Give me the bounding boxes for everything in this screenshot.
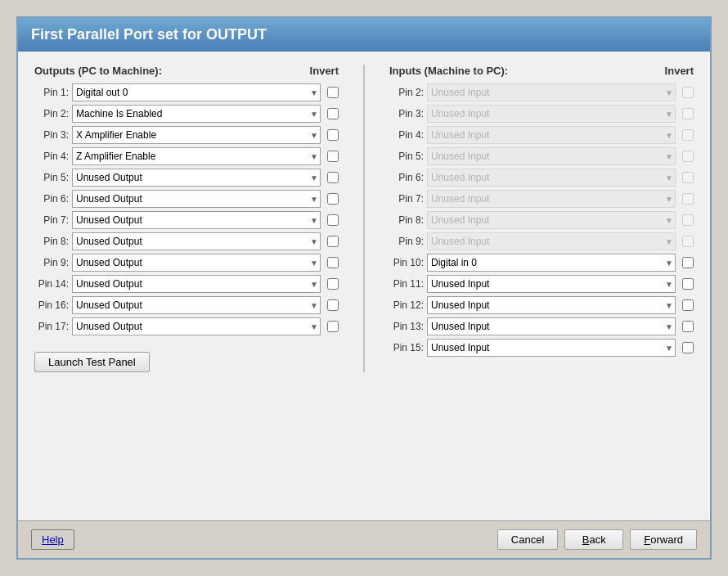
output-select-wrapper: Unused OutputDigital out 0▼ (72, 190, 321, 208)
output-invert-checkbox[interactable] (327, 278, 339, 290)
output-pin-select[interactable]: Unused OutputDigital out 0 (72, 169, 321, 187)
output-pin-select[interactable]: Unused OutputDigital out 0 (72, 232, 321, 250)
outputs-invert-label: Invert (310, 65, 339, 77)
input-invert-checkbox (682, 129, 694, 141)
input-invert-checkbox[interactable] (682, 257, 694, 268)
input-select-wrapper: Unused Input▼ (427, 211, 676, 229)
input-select-wrapper: Unused Input▼ (427, 169, 676, 187)
input-pin-select: Unused Input (427, 126, 676, 144)
output-select-wrapper: Machine Is EnabledDigital out 0Unused Ou… (72, 105, 321, 123)
output-pin-label: Pin 9: (34, 257, 69, 268)
output-pin-select[interactable]: Unused OutputDigital out 0 (72, 317, 321, 335)
output-pin-row: Pin 8:Unused OutputDigital out 0▼ (34, 232, 339, 250)
input-pin-row: Pin 3:Unused Input▼ (389, 105, 694, 123)
columns-container: Outputs (PC to Machine): Invert Pin 1:Di… (34, 65, 694, 372)
output-pin-select[interactable]: Machine Is EnabledDigital out 0Unused Ou… (72, 105, 321, 123)
input-pin-label: Pin 12: (389, 299, 424, 311)
input-pin-row: Pin 7:Unused Input▼ (389, 190, 694, 208)
back-button[interactable]: Back (564, 529, 623, 550)
input-pin-select[interactable]: Unused InputDigital in 0 (427, 339, 676, 357)
output-select-wrapper: Unused OutputDigital out 0▼ (72, 211, 321, 229)
input-pin-label: Pin 10: (389, 257, 424, 268)
cancel-button[interactable]: Cancel (497, 529, 558, 550)
input-pin-label: Pin 9: (389, 236, 424, 247)
output-invert-checkbox[interactable] (327, 257, 339, 268)
output-pin-label: Pin 2: (34, 108, 69, 119)
output-invert-checkbox[interactable] (327, 299, 339, 311)
back-underline: B (582, 533, 590, 546)
inputs-label: Inputs (Machine to PC): (389, 65, 508, 77)
dialog-footer: Help Cancel Back Forward (18, 520, 710, 558)
input-select-wrapper: Unused Input▼ (427, 147, 676, 165)
input-pin-label: Pin 3: (389, 108, 424, 119)
output-pin-select[interactable]: X Amplifier EnableDigital out 0Unused Ou… (72, 126, 321, 144)
output-invert-checkbox[interactable] (327, 236, 339, 247)
input-invert-checkbox[interactable] (682, 278, 694, 290)
output-select-wrapper: X Amplifier EnableDigital out 0Unused Ou… (72, 126, 321, 144)
output-invert-checkbox[interactable] (327, 321, 339, 332)
output-invert-checkbox[interactable] (327, 87, 339, 98)
launch-btn-container: Launch Test Panel (34, 339, 339, 372)
output-pin-label: Pin 17: (34, 321, 69, 332)
output-pin-row: Pin 16:Unused OutputDigital out 0▼ (34, 296, 339, 314)
output-invert-checkbox[interactable] (327, 214, 339, 226)
output-pin-row: Pin 6:Unused OutputDigital out 0▼ (34, 190, 339, 208)
input-pin-row: Pin 10:Digital in 0Unused Input▼ (389, 254, 694, 272)
output-invert-checkbox[interactable] (327, 129, 339, 141)
input-pin-select[interactable]: Unused InputDigital in 0 (427, 317, 676, 335)
input-invert-checkbox[interactable] (682, 342, 694, 353)
input-pin-label: Pin 7: (389, 193, 424, 205)
output-pin-select[interactable]: Unused OutputDigital out 0 (72, 275, 321, 293)
inputs-invert-label: Invert (665, 65, 694, 77)
input-pin-label: Pin 6: (389, 172, 424, 183)
input-select-wrapper: Unused Input▼ (427, 105, 676, 123)
output-select-wrapper: Digital out 0Digital out 1Digital out 2D… (72, 83, 321, 101)
forward-button[interactable]: Forward (630, 529, 697, 550)
input-pin-row: Pin 5:Unused Input▼ (389, 147, 694, 165)
input-invert-checkbox (682, 151, 694, 162)
input-invert-checkbox (682, 108, 694, 119)
output-pin-select[interactable]: Z Amplifier EnableDigital out 0Unused Ou… (72, 147, 321, 165)
output-select-wrapper: Unused OutputDigital out 0▼ (72, 254, 321, 272)
output-pin-select[interactable]: Unused OutputDigital out 0 (72, 296, 321, 314)
launch-test-panel-button[interactable]: Launch Test Panel (34, 352, 150, 372)
output-invert-checkbox[interactable] (327, 108, 339, 119)
output-pin-select[interactable]: Unused OutputDigital out 0 (72, 211, 321, 229)
input-invert-checkbox[interactable] (682, 321, 694, 332)
output-pin-label: Pin 6: (34, 193, 69, 205)
output-pin-label: Pin 14: (34, 278, 69, 290)
input-pin-row: Pin 13:Unused InputDigital in 0▼ (389, 317, 694, 335)
inputs-column: Inputs (Machine to PC): Invert Pin 2:Unu… (389, 65, 694, 372)
output-pin-select[interactable]: Unused OutputDigital out 0 (72, 254, 321, 272)
input-pin-select: Unused Input (427, 169, 676, 187)
input-pin-row: Pin 12:Unused InputDigital in 0▼ (389, 296, 694, 314)
input-pin-select[interactable]: Digital in 0Unused Input (427, 254, 676, 272)
output-pin-select[interactable]: Digital out 0Digital out 1Digital out 2D… (72, 83, 321, 101)
input-select-wrapper: Unused InputDigital in 0▼ (427, 339, 676, 357)
input-pin-row: Pin 11:Unused InputDigital in 0▼ (389, 275, 694, 293)
input-pin-select[interactable]: Unused InputDigital in 0 (427, 296, 676, 314)
input-invert-checkbox[interactable] (682, 299, 694, 311)
input-pin-select: Unused Input (427, 232, 676, 250)
forward-rest: orward (650, 533, 683, 546)
output-select-wrapper: Unused OutputDigital out 0▼ (72, 296, 321, 314)
output-pin-label: Pin 4: (34, 151, 69, 162)
output-pin-label: Pin 1: (34, 87, 69, 98)
help-button[interactable]: Help (31, 529, 74, 550)
output-pin-select[interactable]: Unused OutputDigital out 0 (72, 190, 321, 208)
input-pin-row: Pin 9:Unused Input▼ (389, 232, 694, 250)
output-pin-row: Pin 1:Digital out 0Digital out 1Digital … (34, 83, 339, 101)
input-invert-checkbox (682, 87, 694, 98)
output-invert-checkbox[interactable] (327, 151, 339, 162)
dialog-header: First Parallel Port set for OUTPUT (18, 18, 710, 52)
input-select-wrapper: Unused InputDigital in 0▼ (427, 296, 676, 314)
output-invert-checkbox[interactable] (327, 172, 339, 183)
output-select-wrapper: Unused OutputDigital out 0▼ (72, 232, 321, 250)
output-select-wrapper: Unused OutputDigital out 0▼ (72, 317, 321, 335)
output-pin-row: Pin 3:X Amplifier EnableDigital out 0Unu… (34, 126, 339, 144)
output-pin-row: Pin 7:Unused OutputDigital out 0▼ (34, 211, 339, 229)
output-pin-label: Pin 8: (34, 236, 69, 247)
input-pin-select[interactable]: Unused InputDigital in 0 (427, 275, 676, 293)
output-invert-checkbox[interactable] (327, 193, 339, 205)
dialog-body: Outputs (PC to Machine): Invert Pin 1:Di… (18, 52, 710, 520)
